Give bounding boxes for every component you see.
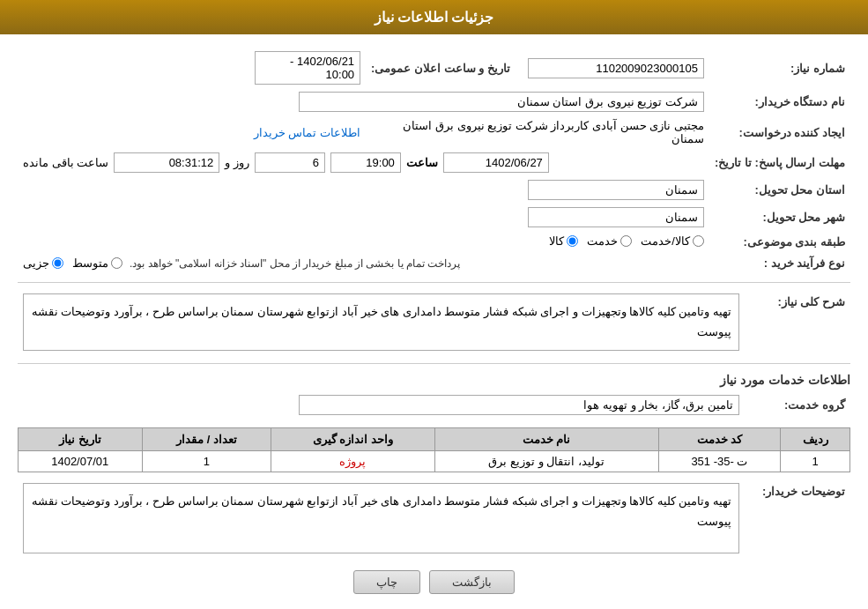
label-requester: ایجاد کننده درخواست: bbox=[709, 115, 850, 149]
radio-khedmat: خدمت bbox=[587, 234, 632, 248]
page-header: جزئیات اطلاعات نیاز bbox=[0, 0, 868, 34]
radio-motavaset: متوسط bbox=[72, 256, 122, 270]
contact-link-cell: اطلاعات تماس خریدار bbox=[18, 115, 366, 149]
process-note: پرداخت تمام یا بخشی از مبلغ خریدار از مح… bbox=[130, 257, 460, 270]
separator-1 bbox=[18, 282, 850, 283]
row-service-group: گروه خدمت: تامین برق، گاز، بخار و تهویه … bbox=[18, 391, 850, 419]
label-announce-time: تاریخ و ساعت اعلان عمومی: bbox=[366, 48, 516, 88]
row-deadline: مهلت ارسال پاسخ: تا تاریخ: 1402/06/27 سا… bbox=[18, 149, 850, 176]
content-area: شماره نیاز: 1102009023000105 تاریخ و ساع… bbox=[0, 34, 868, 609]
cell-count: 1 bbox=[142, 450, 271, 472]
cell-row-num: 1 bbox=[781, 450, 850, 472]
services-table-head: ردیف کد خدمت نام خدمت واحد اندازه گیری ت… bbox=[19, 427, 850, 450]
print-button[interactable]: چاپ bbox=[353, 570, 420, 594]
col-date: تاریخ نیاز bbox=[19, 427, 143, 450]
value-process-type: متوسط جزیی پرداخت تمام یا بخشی از مبلغ خ… bbox=[18, 253, 709, 273]
deadline-date-box: 1402/06/27 bbox=[443, 152, 549, 173]
category-radio-group: کالا/خدمت خدمت کالا bbox=[549, 234, 704, 248]
deadline-time-box: 19:00 bbox=[330, 152, 401, 173]
city-box: سمنان bbox=[528, 207, 704, 227]
radio-khedmat-label: خدمت bbox=[587, 234, 618, 248]
services-table-body: 1 ت -35- 351 تولید، انتقال و توزیع برق پ… bbox=[19, 450, 850, 472]
province-box: سمنان bbox=[528, 180, 704, 200]
cell-unit: پروژه bbox=[271, 450, 434, 472]
deadline-days-box: 6 bbox=[255, 152, 325, 173]
days-label: روز و bbox=[225, 156, 249, 169]
need-number-box: 1102009023000105 bbox=[528, 58, 704, 78]
process-radio-group: متوسط جزیی bbox=[23, 256, 122, 270]
buyer-org-box: شرکت توزیع نیروی برق استان سمنان bbox=[299, 92, 704, 112]
radio-khedmat-input[interactable] bbox=[620, 235, 632, 247]
radio-kala-input[interactable] bbox=[567, 235, 578, 247]
radio-jozi: جزیی bbox=[23, 256, 63, 270]
buyer-notes-box: تهیه وتامین کلیه کالاها وتجهیزات و اجرای… bbox=[23, 483, 739, 553]
button-row: بازگشت چاپ bbox=[18, 570, 850, 594]
row-need-number: شماره نیاز: 1102009023000105 تاریخ و ساع… bbox=[18, 48, 850, 88]
back-button[interactable]: بازگشت bbox=[429, 570, 515, 594]
page-title: جزئیات اطلاعات نیاز bbox=[375, 10, 494, 25]
radio-motavaset-input[interactable] bbox=[111, 257, 122, 269]
description-table: شرح کلی نیاز: تهیه وتامین کلیه کالاها وت… bbox=[18, 290, 850, 354]
radio-motavaset-label: متوسط bbox=[72, 256, 108, 270]
label-delivery-city: شهر محل تحویل: bbox=[709, 204, 850, 231]
radio-jozi-label: جزیی bbox=[23, 256, 49, 270]
cell-date: 1402/07/01 bbox=[19, 450, 143, 472]
label-delivery-province: استان محل تحویل: bbox=[709, 176, 850, 204]
col-service-code: کد خدمت bbox=[658, 427, 781, 450]
service-info-title: اطلاعات خدمات مورد نیاز bbox=[18, 373, 850, 387]
row-delivery-province: استان محل تحویل: سمنان bbox=[18, 176, 850, 204]
service-group-box: تامین برق، گاز، بخار و تهویه هوا bbox=[299, 395, 739, 415]
col-service-name: نام خدمت bbox=[434, 427, 658, 450]
cell-service-code: ت -35- 351 bbox=[658, 450, 781, 472]
main-container: جزئیات اطلاعات نیاز شماره نیاز: 11020090… bbox=[0, 0, 868, 609]
value-announce-time: 1402/06/21 - 10:00 bbox=[18, 48, 366, 88]
radio-kala-khedmat: کالا/خدمت bbox=[641, 234, 704, 248]
label-category: طبقه بندی موضوعی: bbox=[709, 231, 850, 253]
time-label: ساعت bbox=[406, 156, 438, 169]
value-buyer-org: شرکت توزیع نیروی برق استان سمنان bbox=[18, 88, 709, 115]
deadline-hours-box: 08:31:12 bbox=[114, 152, 219, 173]
hours-label: ساعت باقی مانده bbox=[23, 156, 108, 169]
label-deadline: مهلت ارسال پاسخ: تا تاریخ: bbox=[709, 149, 850, 176]
row-process-type: نوع فرآیند خرید : متوسط جزیی bbox=[18, 253, 850, 273]
label-service-group: گروه خدمت: bbox=[745, 391, 850, 419]
notes-table: توضیحات خریدار: تهیه وتامین کلیه کالاها … bbox=[18, 479, 850, 557]
row-buyer-notes: توضیحات خریدار: تهیه وتامین کلیه کالاها … bbox=[18, 479, 850, 557]
contact-link[interactable]: اطلاعات تماس خریدار bbox=[254, 126, 360, 139]
radio-kala-khedmat-label: کالا/خدمت bbox=[641, 234, 690, 248]
value-category: کالا/خدمت خدمت کالا bbox=[18, 231, 709, 253]
label-process-type: نوع فرآیند خرید : bbox=[709, 253, 850, 273]
value-need-number: 1102009023000105 bbox=[516, 48, 709, 88]
announce-time-box: 1402/06/21 - 10:00 bbox=[255, 51, 360, 85]
radio-jozi-input[interactable] bbox=[52, 257, 63, 269]
col-count: تعداد / مقدار bbox=[142, 427, 271, 450]
value-deadline: 1402/06/27 ساعت 19:00 6 روز و 08:31:12 bbox=[18, 149, 709, 176]
value-buyer-notes: تهیه وتامین کلیه کالاها وتجهیزات و اجرای… bbox=[18, 479, 745, 557]
service-group-table: گروه خدمت: تامین برق، گاز، بخار و تهویه … bbox=[18, 391, 850, 419]
col-unit: واحد اندازه گیری bbox=[271, 427, 434, 450]
value-requester: مجتبی نازی حسن آبادی کاربرداز شرکت توزیع… bbox=[366, 115, 709, 149]
value-need-description: تهیه وتامین کلیه کالاها وتجهیزات و اجرای… bbox=[18, 290, 745, 354]
separator-2 bbox=[18, 363, 850, 364]
table-row: 1 ت -35- 351 تولید، انتقال و توزیع برق پ… bbox=[19, 450, 850, 472]
row-category: طبقه بندی موضوعی: کالا/خدمت خدمت bbox=[18, 231, 850, 253]
radio-kala: کالا bbox=[549, 234, 578, 248]
row-need-description: شرح کلی نیاز: تهیه وتامین کلیه کالاها وت… bbox=[18, 290, 850, 354]
label-need-description: شرح کلی نیاز: bbox=[745, 290, 850, 354]
radio-kala-label: کالا bbox=[549, 234, 564, 248]
description-box: تهیه وتامین کلیه کالاها وتجهیزات و اجرای… bbox=[23, 293, 739, 351]
label-need-number: شماره نیاز: bbox=[709, 48, 850, 88]
value-delivery-city: سمنان bbox=[18, 204, 709, 231]
col-row-num: ردیف bbox=[781, 427, 850, 450]
cell-service-name: تولید، انتقال و توزیع برق bbox=[434, 450, 658, 472]
services-table: ردیف کد خدمت نام خدمت واحد اندازه گیری ت… bbox=[18, 427, 850, 472]
value-delivery-province: سمنان bbox=[18, 176, 709, 204]
label-buyer-org: نام دستگاه خریدار: bbox=[709, 88, 850, 115]
services-header-row: ردیف کد خدمت نام خدمت واحد اندازه گیری ت… bbox=[19, 427, 850, 450]
row-delivery-city: شهر محل تحویل: سمنان bbox=[18, 204, 850, 231]
main-info-table: شماره نیاز: 1102009023000105 تاریخ و ساع… bbox=[18, 48, 850, 273]
radio-kala-khedmat-input[interactable] bbox=[693, 235, 704, 247]
row-requester: ایجاد کننده درخواست: مجتبی نازی حسن آباد… bbox=[18, 115, 850, 149]
value-service-group: تامین برق، گاز، بخار و تهویه هوا bbox=[18, 391, 745, 419]
row-buyer-org: نام دستگاه خریدار: شرکت توزیع نیروی برق … bbox=[18, 88, 850, 115]
